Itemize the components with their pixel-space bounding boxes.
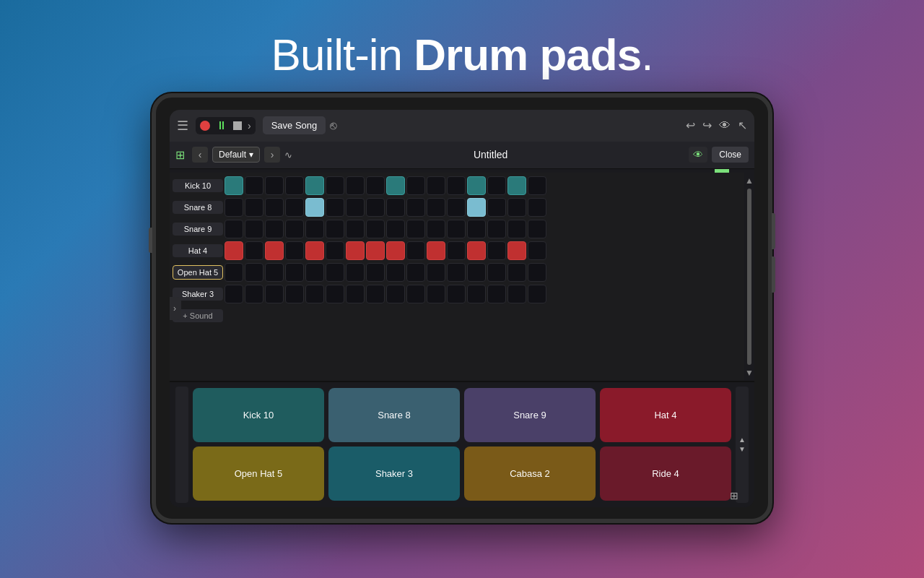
- seq-pad[interactable]: [507, 263, 526, 282]
- seq-pad[interactable]: [386, 263, 405, 282]
- seq-pad[interactable]: [507, 176, 526, 195]
- close-pattern-button[interactable]: Close: [712, 147, 749, 163]
- seq-pad[interactable]: [265, 176, 284, 195]
- cursor-icon[interactable]: ↖: [738, 118, 747, 132]
- seq-pad[interactable]: [467, 263, 486, 282]
- seq-pad[interactable]: [528, 263, 546, 282]
- drum-pad-openhat5[interactable]: Open Hat 5: [193, 447, 324, 501]
- seq-pad[interactable]: [326, 220, 344, 238]
- seq-pad[interactable]: [386, 176, 405, 195]
- seq-pad[interactable]: [326, 241, 344, 260]
- seq-pad[interactable]: [406, 241, 425, 260]
- seq-pad[interactable]: [305, 241, 324, 260]
- seq-pad[interactable]: [346, 198, 365, 217]
- screen-collapse-arrow[interactable]: ›: [170, 297, 181, 320]
- seq-pad[interactable]: [366, 198, 385, 217]
- seq-pad[interactable]: [285, 198, 304, 217]
- seq-pad[interactable]: [507, 220, 526, 238]
- seq-pad[interactable]: [326, 263, 344, 282]
- seq-pad[interactable]: [285, 241, 304, 260]
- sequencer-scrollbar[interactable]: ▲ ▼: [744, 173, 754, 381]
- seq-pad[interactable]: [528, 198, 546, 217]
- seq-label-openhat5[interactable]: Open Hat 5: [173, 265, 223, 280]
- seq-pad[interactable]: [285, 285, 304, 303]
- drum-pad-snare9[interactable]: Snare 9: [464, 388, 596, 442]
- seq-pad[interactable]: [305, 176, 324, 195]
- seq-pad[interactable]: [528, 176, 546, 195]
- seq-pad[interactable]: [285, 176, 304, 195]
- seq-pad[interactable]: [285, 263, 304, 282]
- share-button[interactable]: ⎋: [330, 119, 337, 132]
- seq-pad[interactable]: [427, 263, 445, 282]
- seq-pad[interactable]: [447, 285, 466, 303]
- seq-pad[interactable]: [487, 176, 506, 195]
- seq-pad[interactable]: [487, 285, 506, 303]
- seq-pad[interactable]: [427, 285, 445, 303]
- seq-pad[interactable]: [245, 220, 263, 238]
- seq-pad[interactable]: [366, 285, 385, 303]
- seq-pad[interactable]: [507, 198, 526, 217]
- seq-pad[interactable]: [326, 176, 344, 195]
- seq-pad[interactable]: [447, 241, 466, 260]
- seq-pad[interactable]: [225, 241, 243, 260]
- seq-pad[interactable]: [447, 176, 466, 195]
- seq-pad[interactable]: [366, 220, 385, 238]
- seq-pad[interactable]: [427, 198, 445, 217]
- save-song-button[interactable]: Save Song: [263, 116, 326, 134]
- seq-pad[interactable]: [386, 241, 405, 260]
- seq-pad[interactable]: [225, 176, 243, 195]
- seq-pad[interactable]: [467, 198, 486, 217]
- drum-pad-shaker3[interactable]: Shaker 3: [328, 447, 460, 501]
- seq-label-hat4[interactable]: Hat 4: [173, 244, 223, 257]
- seq-pad[interactable]: [406, 285, 425, 303]
- seq-pad[interactable]: [346, 285, 365, 303]
- seq-pad[interactable]: [406, 220, 425, 238]
- seq-pad[interactable]: [467, 285, 486, 303]
- seq-pad[interactable]: [406, 263, 425, 282]
- seq-pad[interactable]: [406, 198, 425, 217]
- drum-pad-ride4[interactable]: Ride 4: [600, 447, 731, 501]
- seq-pad[interactable]: [427, 220, 445, 238]
- seq-pad[interactable]: [265, 241, 284, 260]
- pattern-prev-button[interactable]: ‹: [192, 147, 208, 163]
- seq-pad[interactable]: [386, 285, 405, 303]
- seq-pad[interactable]: [406, 176, 425, 195]
- seq-pad[interactable]: [265, 285, 284, 303]
- seq-pad[interactable]: [487, 220, 506, 238]
- seq-pad[interactable]: [346, 220, 365, 238]
- stop-button[interactable]: [233, 121, 242, 130]
- seq-pad[interactable]: [386, 198, 405, 217]
- play-button[interactable]: ⏸: [216, 119, 227, 132]
- seq-label-snare8[interactable]: Snare 8: [173, 201, 223, 214]
- scroll-down-arrow[interactable]: ▼: [745, 368, 754, 378]
- undo-button[interactable]: ↩: [686, 118, 695, 132]
- seq-pad[interactable]: [346, 263, 365, 282]
- scroll-up-arrow[interactable]: ▲: [745, 176, 754, 186]
- drum-pad-kick10[interactable]: Kick 10: [193, 388, 324, 442]
- seq-pad[interactable]: [245, 176, 263, 195]
- seq-pad[interactable]: [265, 220, 284, 238]
- seq-pad[interactable]: [245, 241, 263, 260]
- seq-pad[interactable]: [305, 263, 324, 282]
- grid-view-button[interactable]: ⊞: [730, 490, 738, 501]
- seq-pad[interactable]: [427, 176, 445, 195]
- seq-pad[interactable]: [326, 285, 344, 303]
- seq-pad[interactable]: [346, 241, 365, 260]
- seq-pad[interactable]: [285, 220, 304, 238]
- seq-pad[interactable]: [265, 198, 284, 217]
- forward-button[interactable]: ›: [248, 120, 251, 131]
- seq-pad[interactable]: [447, 198, 466, 217]
- seq-pad[interactable]: [346, 176, 365, 195]
- seq-pad[interactable]: [366, 263, 385, 282]
- seq-pad[interactable]: [366, 176, 385, 195]
- seq-pad[interactable]: [528, 220, 546, 238]
- drum-pad-cabasa2[interactable]: Cabasa 2: [464, 447, 596, 501]
- grid-icon[interactable]: ⊞: [175, 148, 185, 162]
- seq-pad[interactable]: [507, 241, 526, 260]
- seq-pad[interactable]: [467, 241, 486, 260]
- seq-pad[interactable]: [245, 285, 263, 303]
- seq-pad[interactable]: [305, 220, 324, 238]
- seq-pad[interactable]: [225, 285, 243, 303]
- seq-pad[interactable]: [386, 220, 405, 238]
- seq-pad[interactable]: [467, 220, 486, 238]
